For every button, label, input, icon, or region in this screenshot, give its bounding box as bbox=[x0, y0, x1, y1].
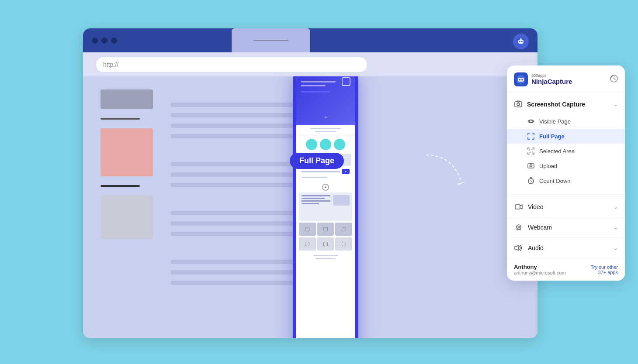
svg-rect-13 bbox=[515, 102, 522, 107]
phone-table-line bbox=[302, 177, 327, 178]
audio-section-left: Audio bbox=[514, 243, 544, 253]
screenshot-capture-header-left: Screenshot Capture bbox=[514, 100, 585, 109]
browser-dot-1 bbox=[92, 38, 98, 44]
full-page-icon bbox=[527, 132, 535, 140]
svg-point-3 bbox=[521, 41, 523, 42]
phone-gallery-row bbox=[299, 223, 352, 236]
svg-point-10 bbox=[521, 79, 523, 81]
phone-label-container: Full Page bbox=[290, 153, 344, 169]
video-icon bbox=[514, 202, 524, 212]
svg-rect-21 bbox=[515, 205, 520, 209]
footer-link-line1: Try our other bbox=[590, 264, 618, 270]
audio-label: Audio bbox=[528, 244, 544, 251]
popup-panel: 500apps NinjaCapture bbox=[507, 65, 625, 281]
phone-thumb-icon-1 bbox=[305, 242, 309, 246]
browser-content: Full Page ˅ bbox=[83, 76, 537, 338]
screenshot-capture-section: Screenshot Capture ⌄ Visible Page bbox=[507, 92, 625, 192]
browser-dot-3 bbox=[111, 38, 117, 44]
upload-label: Upload bbox=[539, 163, 557, 169]
countdown-item[interactable]: Count Down bbox=[507, 173, 625, 188]
phone-screen: ˅ ● bbox=[296, 76, 355, 338]
full-page-label: Full Page bbox=[539, 133, 565, 140]
phone-gallery-2 bbox=[317, 223, 334, 236]
visible-page-item[interactable]: Visible Page bbox=[507, 114, 625, 129]
url-text: http:// bbox=[103, 61, 118, 68]
svg-marker-6 bbox=[457, 178, 466, 187]
webcam-chevron: ⌄ bbox=[614, 224, 618, 230]
selected-area-label: Selected Area bbox=[539, 148, 575, 155]
selected-area-item[interactable]: Selected Area bbox=[507, 144, 625, 158]
ninja-logo-icon bbox=[516, 75, 526, 84]
phone-bot-1 bbox=[313, 255, 338, 256]
screenshot-submenu: Visible Page Full Page bbox=[507, 113, 625, 189]
history-svg bbox=[610, 75, 618, 82]
video-section-left: Video bbox=[514, 202, 544, 212]
webcam-label: Webcam bbox=[528, 224, 552, 231]
logo-ninjacapture: NinjaCapture bbox=[531, 78, 572, 86]
selection-icon bbox=[527, 148, 534, 155]
svg-point-14 bbox=[517, 103, 520, 106]
svg-point-16 bbox=[530, 120, 532, 123]
page-line-2 bbox=[101, 185, 140, 187]
phone-thumb-row bbox=[299, 237, 352, 251]
browser-urlbar: http:// bbox=[83, 52, 537, 76]
browser-dot-2 bbox=[101, 38, 107, 44]
countdown-svg bbox=[527, 177, 534, 184]
webcam-section-item[interactable]: Webcam ⌄ bbox=[507, 217, 625, 237]
phone-thumb-3 bbox=[335, 237, 352, 251]
footer-user: Anthony anthony@microsoft.com bbox=[514, 264, 566, 275]
phone-div-1 bbox=[310, 128, 341, 129]
phone-content-block bbox=[299, 192, 352, 221]
footer-link[interactable]: Try our other 37+ apps bbox=[590, 264, 618, 275]
phone-tl-3 bbox=[302, 200, 330, 202]
browser-titlebar bbox=[83, 28, 537, 52]
popup-header: 500apps NinjaCapture bbox=[507, 72, 625, 92]
upload-icon bbox=[527, 162, 535, 170]
svg-rect-5 bbox=[520, 38, 521, 39]
phone-hline-2 bbox=[301, 85, 326, 86]
phone-center-circle bbox=[322, 184, 329, 191]
audio-section-item[interactable]: Audio ⌄ bbox=[507, 237, 625, 258]
footer-email: anthony@microsoft.com bbox=[514, 270, 566, 275]
audio-icon bbox=[514, 243, 524, 253]
full-page-item[interactable]: Full Page bbox=[507, 129, 625, 144]
ninja-extension-icon[interactable] bbox=[513, 34, 529, 49]
history-icon[interactable] bbox=[610, 75, 618, 85]
divider-1 bbox=[507, 194, 625, 195]
phone-inner-dot bbox=[325, 186, 326, 188]
webcam-icon bbox=[514, 223, 524, 232]
phone-tl-4 bbox=[302, 203, 319, 204]
screenshot-capture-label: Screenshot Capture bbox=[527, 101, 585, 108]
audio-svg bbox=[514, 244, 523, 251]
footer-username: Anthony bbox=[514, 264, 566, 270]
phone-camera-icon bbox=[342, 77, 350, 86]
video-svg bbox=[515, 203, 523, 210]
ninja-robot-icon bbox=[516, 37, 526, 46]
phone-divider-section bbox=[296, 125, 355, 135]
svg-point-19 bbox=[530, 165, 532, 167]
browser-tab[interactable] bbox=[232, 28, 310, 52]
screenshot-capture-header[interactable]: Screenshot Capture ⌄ bbox=[507, 96, 625, 113]
url-input[interactable]: http:// bbox=[96, 57, 367, 72]
logo-500apps: 500apps bbox=[531, 74, 572, 78]
phone-gallery-1 bbox=[299, 223, 316, 236]
countdown-icon bbox=[527, 177, 535, 185]
phone-dots-row bbox=[296, 135, 355, 154]
svg-rect-17 bbox=[529, 149, 533, 153]
video-section-item[interactable]: Video ⌄ bbox=[507, 196, 625, 217]
svg-point-2 bbox=[519, 41, 520, 42]
logo-icon bbox=[514, 72, 528, 86]
screenshot-icon bbox=[514, 100, 523, 109]
page-block-gray2 bbox=[101, 196, 153, 239]
phone-chevron: ˅ bbox=[324, 116, 327, 123]
content-line-7 bbox=[170, 183, 310, 187]
audio-chevron: ⌄ bbox=[614, 245, 618, 251]
webcam-section-left: Webcam bbox=[514, 223, 552, 232]
phone-gal-icon-2 bbox=[323, 227, 328, 231]
phone-mini-btn: ● bbox=[342, 169, 350, 174]
fullpage-icon bbox=[527, 133, 534, 140]
screenshot-svg bbox=[514, 100, 522, 108]
upload-item[interactable]: Upload bbox=[507, 158, 625, 173]
phone-bot-2 bbox=[316, 258, 336, 259]
phone-table-text bbox=[302, 171, 340, 172]
